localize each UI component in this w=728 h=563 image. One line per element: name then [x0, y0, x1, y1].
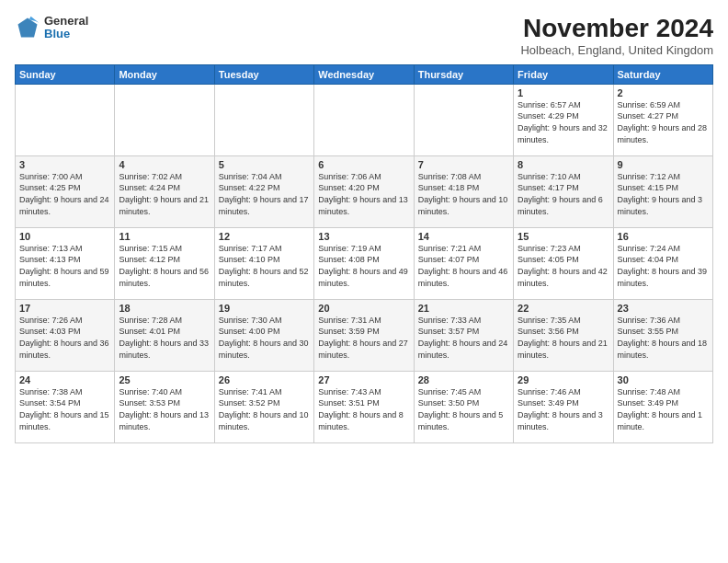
day-number: 15 — [518, 231, 609, 242]
day-number: 2 — [618, 87, 709, 98]
day-info: Sunrise: 7:23 AM Sunset: 4:05 PM Dayligh… — [518, 243, 609, 289]
day-number: 14 — [418, 231, 509, 242]
day-number: 10 — [19, 231, 110, 242]
day-number: 8 — [518, 159, 609, 170]
day-number: 27 — [318, 374, 409, 385]
calendar-cell: 9Sunrise: 7:12 AM Sunset: 4:15 PM Daylig… — [613, 155, 712, 227]
day-number: 30 — [618, 374, 709, 385]
calendar-header-wednesday: Wednesday — [314, 64, 414, 84]
day-info: Sunrise: 7:40 AM Sunset: 3:53 PM Dayligh… — [119, 386, 210, 432]
day-number: 28 — [418, 374, 509, 385]
title-location: Holbeach, England, United Kingdom — [520, 43, 713, 57]
calendar-cell: 2Sunrise: 6:59 AM Sunset: 4:27 PM Daylig… — [613, 84, 712, 155]
day-number: 29 — [518, 374, 609, 385]
day-info: Sunrise: 7:41 AM Sunset: 3:52 PM Dayligh… — [219, 386, 310, 432]
day-info: Sunrise: 7:26 AM Sunset: 4:03 PM Dayligh… — [19, 315, 110, 361]
calendar-week-row: 17Sunrise: 7:26 AM Sunset: 4:03 PM Dayli… — [16, 299, 713, 371]
calendar-cell: 29Sunrise: 7:46 AM Sunset: 3:49 PM Dayli… — [514, 371, 613, 442]
title-month: November 2024 — [520, 15, 713, 43]
calendar-cell: 10Sunrise: 7:13 AM Sunset: 4:13 PM Dayli… — [16, 227, 115, 299]
calendar-header-tuesday: Tuesday — [214, 64, 313, 84]
day-number: 7 — [418, 159, 509, 170]
day-info: Sunrise: 7:38 AM Sunset: 3:54 PM Dayligh… — [19, 386, 110, 432]
day-info: Sunrise: 7:12 AM Sunset: 4:15 PM Dayligh… — [618, 171, 709, 217]
day-info: Sunrise: 7:46 AM Sunset: 3:49 PM Dayligh… — [518, 386, 609, 432]
calendar-cell: 3Sunrise: 7:00 AM Sunset: 4:25 PM Daylig… — [16, 155, 115, 227]
calendar-cell: 14Sunrise: 7:21 AM Sunset: 4:07 PM Dayli… — [414, 227, 513, 299]
page: General Blue November 2024 Holbeach, Eng… — [0, 0, 728, 563]
calendar-cell: 18Sunrise: 7:28 AM Sunset: 4:01 PM Dayli… — [115, 299, 214, 371]
calendar-cell — [414, 84, 513, 155]
day-info: Sunrise: 7:31 AM Sunset: 3:59 PM Dayligh… — [318, 315, 409, 361]
day-info: Sunrise: 7:10 AM Sunset: 4:17 PM Dayligh… — [518, 171, 609, 217]
day-info: Sunrise: 7:00 AM Sunset: 4:25 PM Dayligh… — [19, 171, 110, 217]
calendar-cell: 30Sunrise: 7:48 AM Sunset: 3:49 PM Dayli… — [613, 371, 712, 442]
calendar-header-row: SundayMondayTuesdayWednesdayThursdayFrid… — [16, 64, 713, 84]
calendar-cell — [16, 84, 115, 155]
day-info: Sunrise: 7:45 AM Sunset: 3:50 PM Dayligh… — [418, 386, 509, 432]
calendar-cell: 27Sunrise: 7:43 AM Sunset: 3:51 PM Dayli… — [314, 371, 414, 442]
day-number: 1 — [518, 87, 609, 98]
calendar-cell: 7Sunrise: 7:08 AM Sunset: 4:18 PM Daylig… — [414, 155, 513, 227]
calendar-cell: 16Sunrise: 7:24 AM Sunset: 4:04 PM Dayli… — [613, 227, 712, 299]
calendar-cell: 11Sunrise: 7:15 AM Sunset: 4:12 PM Dayli… — [115, 227, 214, 299]
day-info: Sunrise: 7:06 AM Sunset: 4:20 PM Dayligh… — [318, 171, 409, 217]
calendar-cell: 12Sunrise: 7:17 AM Sunset: 4:10 PM Dayli… — [214, 227, 313, 299]
calendar-cell: 21Sunrise: 7:33 AM Sunset: 3:57 PM Dayli… — [414, 299, 513, 371]
calendar-header-monday: Monday — [115, 64, 214, 84]
calendar-cell — [115, 84, 214, 155]
day-number: 5 — [219, 159, 310, 170]
day-number: 3 — [19, 159, 110, 170]
calendar-header-saturday: Saturday — [613, 64, 712, 84]
day-info: Sunrise: 6:59 AM Sunset: 4:27 PM Dayligh… — [618, 99, 709, 145]
calendar-cell — [214, 84, 313, 155]
calendar-cell: 23Sunrise: 7:36 AM Sunset: 3:55 PM Dayli… — [613, 299, 712, 371]
day-number: 20 — [318, 303, 409, 314]
day-info: Sunrise: 7:28 AM Sunset: 4:01 PM Dayligh… — [119, 315, 210, 361]
calendar-cell: 19Sunrise: 7:30 AM Sunset: 4:00 PM Dayli… — [214, 299, 313, 371]
calendar-cell: 8Sunrise: 7:10 AM Sunset: 4:17 PM Daylig… — [514, 155, 613, 227]
calendar-week-row: 3Sunrise: 7:00 AM Sunset: 4:25 PM Daylig… — [16, 155, 713, 227]
calendar-week-row: 1Sunrise: 6:57 AM Sunset: 4:29 PM Daylig… — [16, 84, 713, 155]
day-info: Sunrise: 7:15 AM Sunset: 4:12 PM Dayligh… — [119, 243, 210, 289]
day-number: 17 — [19, 303, 110, 314]
day-number: 11 — [119, 231, 210, 242]
calendar-table: SundayMondayTuesdayWednesdayThursdayFrid… — [15, 64, 713, 443]
day-info: Sunrise: 7:13 AM Sunset: 4:13 PM Dayligh… — [19, 243, 110, 289]
calendar-week-row: 24Sunrise: 7:38 AM Sunset: 3:54 PM Dayli… — [16, 371, 713, 442]
day-info: Sunrise: 7:24 AM Sunset: 4:04 PM Dayligh… — [618, 243, 709, 289]
day-number: 23 — [618, 303, 709, 314]
day-info: Sunrise: 7:21 AM Sunset: 4:07 PM Dayligh… — [418, 243, 509, 289]
day-number: 16 — [618, 231, 709, 242]
day-number: 22 — [518, 303, 609, 314]
logo-icon — [15, 15, 40, 40]
calendar-header-sunday: Sunday — [16, 64, 115, 84]
day-number: 19 — [219, 303, 310, 314]
calendar-cell: 24Sunrise: 7:38 AM Sunset: 3:54 PM Dayli… — [16, 371, 115, 442]
logo: General Blue — [15, 15, 88, 41]
day-info: Sunrise: 7:08 AM Sunset: 4:18 PM Dayligh… — [418, 171, 509, 217]
calendar-cell: 20Sunrise: 7:31 AM Sunset: 3:59 PM Dayli… — [314, 299, 414, 371]
calendar-cell: 13Sunrise: 7:19 AM Sunset: 4:08 PM Dayli… — [314, 227, 414, 299]
logo-general-label: General — [44, 15, 88, 28]
day-number: 12 — [219, 231, 310, 242]
day-number: 25 — [119, 374, 210, 385]
day-number: 13 — [318, 231, 409, 242]
day-info: Sunrise: 7:33 AM Sunset: 3:57 PM Dayligh… — [418, 315, 509, 361]
calendar-cell: 28Sunrise: 7:45 AM Sunset: 3:50 PM Dayli… — [414, 371, 513, 442]
calendar-cell: 22Sunrise: 7:35 AM Sunset: 3:56 PM Dayli… — [514, 299, 613, 371]
day-number: 18 — [119, 303, 210, 314]
calendar-cell: 17Sunrise: 7:26 AM Sunset: 4:03 PM Dayli… — [16, 299, 115, 371]
calendar-cell: 15Sunrise: 7:23 AM Sunset: 4:05 PM Dayli… — [514, 227, 613, 299]
day-info: Sunrise: 7:19 AM Sunset: 4:08 PM Dayligh… — [318, 243, 409, 289]
day-info: Sunrise: 7:17 AM Sunset: 4:10 PM Dayligh… — [219, 243, 310, 289]
calendar-cell: 1Sunrise: 6:57 AM Sunset: 4:29 PM Daylig… — [514, 84, 613, 155]
day-info: Sunrise: 7:04 AM Sunset: 4:22 PM Dayligh… — [219, 171, 310, 217]
calendar-cell: 5Sunrise: 7:04 AM Sunset: 4:22 PM Daylig… — [214, 155, 313, 227]
calendar-cell: 25Sunrise: 7:40 AM Sunset: 3:53 PM Dayli… — [115, 371, 214, 442]
calendar-cell — [314, 84, 414, 155]
day-number: 9 — [618, 159, 709, 170]
logo-blue-label: Blue — [44, 28, 88, 40]
day-info: Sunrise: 7:35 AM Sunset: 3:56 PM Dayligh… — [518, 315, 609, 361]
day-number: 6 — [318, 159, 409, 170]
